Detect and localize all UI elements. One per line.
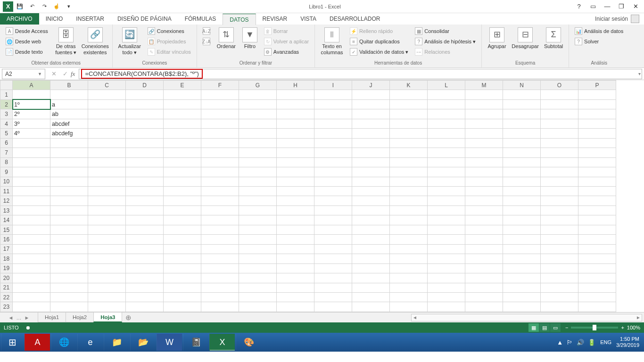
- cell-A16[interactable]: [13, 235, 50, 244]
- other-sources-button[interactable]: 🗄De otras fuentes ▾: [53, 26, 79, 57]
- cell-B15[interactable]: [50, 225, 88, 234]
- column-header-I[interactable]: I: [314, 81, 352, 90]
- cell-B3[interactable]: ab: [50, 109, 88, 119]
- refresh-all-button[interactable]: 🔄Actualizar todo ▾: [116, 26, 143, 57]
- cell-A17[interactable]: [13, 244, 50, 254]
- row-header-7[interactable]: 7: [0, 148, 13, 157]
- cell-F16[interactable]: [201, 235, 239, 244]
- cell-M3[interactable]: [465, 109, 503, 119]
- cell-H22[interactable]: [277, 292, 314, 302]
- data-analysis-button[interactable]: 📊Análisis de datos: [573, 26, 625, 36]
- cell-M4[interactable]: [465, 119, 503, 128]
- cell-P16[interactable]: [578, 235, 616, 244]
- cell-F15[interactable]: [201, 225, 239, 234]
- sheet-first-icon[interactable]: ◄: [8, 315, 14, 321]
- cell-C2[interactable]: [88, 99, 126, 109]
- cell-H1[interactable]: [277, 90, 314, 99]
- zoom-in-button[interactable]: +: [621, 325, 624, 330]
- cell-A9[interactable]: [13, 167, 50, 177]
- cell-C19[interactable]: [88, 263, 126, 273]
- cell-A20[interactable]: [13, 273, 50, 283]
- cell-I6[interactable]: [314, 138, 352, 148]
- cell-G7[interactable]: [239, 148, 277, 157]
- cell-M2[interactable]: [465, 99, 503, 109]
- row-header-11[interactable]: 11: [0, 186, 13, 196]
- cell-P14[interactable]: [578, 215, 616, 225]
- cell-E16[interactable]: [164, 235, 201, 244]
- cell-N21[interactable]: [503, 283, 541, 292]
- row-header-5[interactable]: 5: [0, 129, 13, 138]
- row-header-17[interactable]: 17: [0, 244, 13, 254]
- cell-B8[interactable]: [50, 157, 88, 167]
- taskbar-paint-icon[interactable]: 🎨: [236, 334, 261, 351]
- cell-K16[interactable]: [390, 235, 428, 244]
- cell-N5[interactable]: [503, 129, 541, 138]
- column-header-A[interactable]: A: [13, 81, 50, 90]
- cell-H7[interactable]: [277, 148, 314, 157]
- cell-G3[interactable]: [239, 109, 277, 119]
- cell-F17[interactable]: [201, 244, 239, 254]
- cell-J10[interactable]: [352, 177, 390, 186]
- cell-F12[interactable]: [201, 196, 239, 206]
- row-header-13[interactable]: 13: [0, 206, 13, 215]
- column-header-L[interactable]: L: [428, 81, 465, 90]
- cell-D20[interactable]: [126, 273, 164, 283]
- remove-duplicates-button[interactable]: ≡Quitar duplicados: [348, 37, 410, 46]
- column-header-B[interactable]: B: [50, 81, 88, 90]
- connections-button[interactable]: 🔗Conexiones: [146, 26, 193, 36]
- expand-formula-bar-icon[interactable]: ▾: [638, 71, 641, 76]
- cell-L14[interactable]: [428, 215, 465, 225]
- cell-A13[interactable]: [13, 206, 50, 215]
- cell-M10[interactable]: [465, 177, 503, 186]
- cell-J2[interactable]: [352, 99, 390, 109]
- cell-A1[interactable]: [13, 90, 50, 99]
- cell-N10[interactable]: [503, 177, 541, 186]
- cell-L12[interactable]: [428, 196, 465, 206]
- cell-B1[interactable]: [50, 90, 88, 99]
- row-header-14[interactable]: 14: [0, 215, 13, 225]
- taskbar-word-icon[interactable]: W: [157, 334, 182, 351]
- cell-D7[interactable]: [126, 148, 164, 157]
- cell-J7[interactable]: [352, 148, 390, 157]
- cell-M23[interactable]: [465, 302, 503, 312]
- cell-B7[interactable]: [50, 148, 88, 157]
- column-header-P[interactable]: P: [578, 81, 616, 90]
- cell-K5[interactable]: [390, 129, 428, 138]
- page-break-view-icon[interactable]: ▭: [550, 323, 561, 332]
- cell-J4[interactable]: [352, 119, 390, 128]
- cell-P18[interactable]: [578, 254, 616, 263]
- cell-E11[interactable]: [164, 186, 201, 196]
- cell-H10[interactable]: [277, 177, 314, 186]
- sort-za-button[interactable]: Z↓A: [201, 37, 212, 46]
- column-header-C[interactable]: C: [88, 81, 126, 90]
- normal-view-icon[interactable]: ▦: [528, 323, 539, 332]
- row-header-8[interactable]: 8: [0, 157, 13, 167]
- cell-N17[interactable]: [503, 244, 541, 254]
- formula-input[interactable]: =CONCATENAR(CONTARA(B$2:B2), "º") ▾: [79, 69, 642, 79]
- row-header-2[interactable]: 2: [0, 99, 13, 109]
- cell-G8[interactable]: [239, 157, 277, 167]
- cell-C22[interactable]: [88, 292, 126, 302]
- cell-D12[interactable]: [126, 196, 164, 206]
- cell-I10[interactable]: [314, 177, 352, 186]
- sign-in[interactable]: Iniciar sesión: [590, 13, 644, 25]
- cell-P5[interactable]: [578, 129, 616, 138]
- cell-H21[interactable]: [277, 283, 314, 292]
- cell-K2[interactable]: [390, 99, 428, 109]
- name-box-dropdown-icon[interactable]: ▼: [38, 72, 42, 76]
- cell-N20[interactable]: [503, 273, 541, 283]
- cell-I7[interactable]: [314, 148, 352, 157]
- cell-O5[interactable]: [541, 129, 578, 138]
- cell-G6[interactable]: [239, 138, 277, 148]
- cell-H18[interactable]: [277, 254, 314, 263]
- cell-M7[interactable]: [465, 148, 503, 157]
- tray-overflow-icon[interactable]: ▲: [557, 339, 563, 346]
- cell-D14[interactable]: [126, 215, 164, 225]
- cell-H13[interactable]: [277, 206, 314, 215]
- subtotal-button[interactable]: ΣSubtotal: [542, 26, 565, 50]
- cell-H23[interactable]: [277, 302, 314, 312]
- fx-icon[interactable]: fx: [71, 70, 75, 78]
- row-header-10[interactable]: 10: [0, 177, 13, 186]
- cell-I4[interactable]: [314, 119, 352, 128]
- cell-E2[interactable]: [164, 99, 201, 109]
